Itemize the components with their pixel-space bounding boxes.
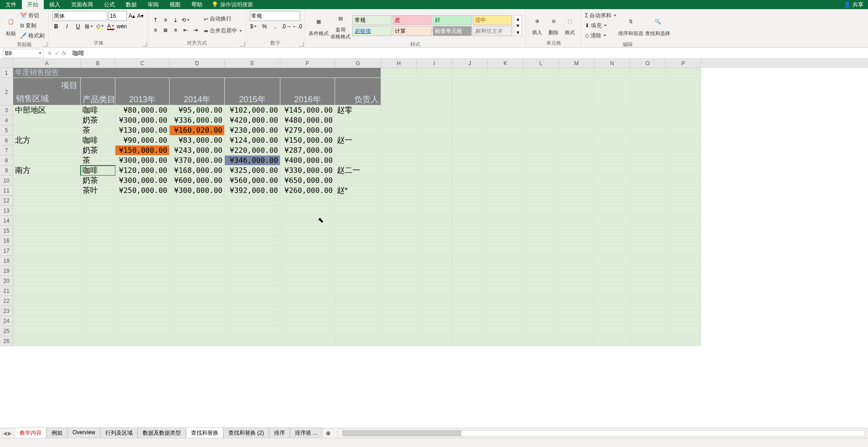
cell[interactable] — [280, 236, 335, 246]
cell[interactable] — [335, 216, 381, 226]
cell[interactable] — [452, 105, 488, 115]
column-headers[interactable]: ABCDEFGHIJKLMNOP — [13, 59, 868, 68]
cell[interactable] — [523, 186, 559, 196]
cell[interactable] — [381, 78, 417, 105]
cell[interactable] — [523, 296, 559, 306]
cell[interactable] — [666, 306, 701, 316]
cell[interactable] — [630, 68, 666, 78]
cell[interactable] — [381, 226, 417, 236]
cell[interactable] — [594, 146, 630, 156]
cell[interactable] — [381, 216, 417, 226]
cell[interactable]: ¥243,000.00 — [170, 146, 225, 156]
cell[interactable] — [630, 266, 666, 276]
cell[interactable] — [594, 296, 630, 306]
percent-button[interactable]: % — [261, 23, 268, 30]
cell[interactable] — [115, 226, 170, 236]
cell[interactable]: ¥560,000.00 — [225, 176, 280, 186]
cell[interactable] — [594, 115, 630, 125]
row-header-19[interactable]: 19 — [0, 266, 13, 276]
cell[interactable] — [488, 266, 523, 276]
cell[interactable] — [115, 196, 170, 206]
cell[interactable] — [280, 256, 335, 266]
cell[interactable] — [170, 196, 225, 206]
cell[interactable] — [417, 196, 452, 206]
cell[interactable] — [559, 286, 594, 296]
cell[interactable] — [452, 276, 488, 286]
cell[interactable] — [225, 286, 280, 296]
cell[interactable] — [666, 176, 701, 186]
select-all-corner[interactable] — [0, 59, 13, 68]
cell[interactable]: 赵二一 — [335, 166, 381, 176]
tab-insert[interactable]: 插入 — [44, 0, 66, 10]
cell[interactable] — [559, 326, 594, 336]
cell[interactable] — [335, 316, 381, 326]
tab-layout[interactable]: 页面布局 — [66, 0, 98, 10]
cell[interactable] — [381, 156, 417, 166]
cell[interactable] — [381, 256, 417, 266]
cell[interactable] — [335, 266, 381, 276]
cell[interactable] — [559, 306, 594, 316]
cell[interactable] — [630, 135, 666, 146]
cell[interactable] — [115, 266, 170, 276]
cell[interactable] — [666, 78, 701, 105]
cell[interactable] — [381, 135, 417, 146]
row-header-6[interactable]: 6 — [0, 135, 13, 146]
cell[interactable] — [115, 236, 170, 246]
align-middle-button[interactable]: ≡ — [162, 16, 169, 24]
cell[interactable] — [488, 156, 523, 166]
cell[interactable]: ¥90,000.00 — [115, 135, 170, 146]
cell[interactable] — [488, 286, 523, 296]
cell[interactable] — [523, 125, 559, 135]
cell[interactable] — [630, 105, 666, 115]
cell[interactable] — [488, 186, 523, 196]
col-header-H[interactable]: H — [381, 59, 417, 68]
row-header-15[interactable]: 15 — [0, 226, 13, 236]
style-cell-2[interactable]: 好 — [433, 15, 472, 25]
font-size-select[interactable] — [108, 11, 127, 21]
cell[interactable] — [13, 236, 81, 246]
grow-font-button[interactable]: A▴ — [128, 12, 135, 20]
sheet-tab-2[interactable]: Overview — [67, 427, 100, 439]
cell[interactable]: ¥150,000.00 — [115, 146, 170, 156]
cell[interactable] — [630, 146, 666, 156]
cell[interactable] — [630, 326, 666, 336]
cell[interactable] — [280, 326, 335, 336]
row-header-24[interactable]: 24 — [0, 316, 13, 326]
cell[interactable] — [13, 146, 81, 156]
cell[interactable] — [666, 276, 701, 286]
cell[interactable] — [417, 146, 452, 156]
format-table-button[interactable]: ▤ 套用 表格格式 — [331, 11, 351, 40]
cell[interactable] — [488, 246, 523, 256]
cell[interactable]: ¥420,000.00 — [225, 115, 280, 125]
cell[interactable] — [13, 316, 81, 326]
cell[interactable]: ¥300,000.00 — [115, 156, 170, 166]
cell[interactable] — [335, 196, 381, 206]
cell[interactable] — [630, 316, 666, 326]
cell[interactable] — [115, 276, 170, 286]
font-color-button[interactable]: A — [107, 23, 114, 30]
fill-button[interactable]: ⬇填充 — [585, 21, 616, 30]
cell[interactable]: 咖啡 — [81, 105, 115, 115]
cell[interactable] — [559, 68, 594, 78]
fill-color-button[interactable]: ◇ — [96, 23, 103, 30]
row-header-21[interactable]: 21 — [0, 286, 13, 296]
cell[interactable] — [488, 166, 523, 176]
cell[interactable] — [666, 115, 701, 125]
row-header-10[interactable]: 10 — [0, 176, 13, 186]
cell[interactable] — [280, 306, 335, 316]
cell[interactable] — [594, 336, 630, 346]
cell[interactable] — [594, 316, 630, 326]
increase-decimal-button[interactable]: .0→ — [283, 23, 290, 30]
cell[interactable] — [417, 326, 452, 336]
increase-indent-button[interactable]: ⇥ — [192, 26, 199, 34]
insert-cells-button[interactable]: ⊕插入 — [530, 14, 544, 36]
cell[interactable] — [381, 125, 417, 135]
cell[interactable]: 北方 — [13, 135, 81, 146]
cell[interactable] — [417, 125, 452, 135]
col-header-G[interactable]: G — [335, 59, 381, 68]
cell[interactable] — [630, 296, 666, 306]
cell[interactable] — [225, 276, 280, 286]
cell[interactable] — [452, 78, 488, 105]
row-header-25[interactable]: 25 — [0, 326, 13, 336]
cell[interactable] — [170, 276, 225, 286]
